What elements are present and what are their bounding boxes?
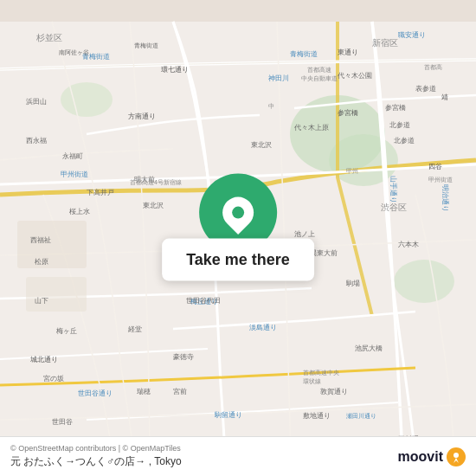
take-me-there-button[interactable]: Take me there (162, 239, 314, 281)
svg-text:東北沢: 東北沢 (251, 141, 272, 149)
pin-icon (216, 190, 261, 235)
svg-text:西永福: 西永福 (26, 137, 47, 145)
svg-text:渋谷区: 渋谷区 (381, 203, 407, 212)
svg-text:南阿佐ヶ谷: 南阿佐ヶ谷 (59, 49, 89, 55)
svg-text:世田谷: 世田谷 (52, 418, 73, 426)
svg-text:首都高: 首都高 (424, 64, 442, 70)
take-me-there-wrapper: Take me there (162, 174, 314, 281)
bottom-bar-left: © OpenStreetMap contributors | © OpenMap… (10, 444, 182, 469)
svg-text:下高井戸: 下高井戸 (87, 189, 114, 196)
moovit-icon (450, 451, 462, 463)
svg-text:豪徳寺: 豪徳寺 (173, 353, 194, 361)
svg-text:参宮橋: 参宮橋 (338, 109, 358, 117)
svg-text:山手通り: 山手通り (389, 176, 397, 203)
svg-text:代々木公園: 代々木公園 (337, 72, 372, 80)
svg-point-4 (394, 260, 454, 303)
svg-text:駒場: 駒場 (345, 280, 360, 287)
svg-text:瀬田川通り: 瀬田川通り (346, 413, 376, 420)
moovit-dot (447, 447, 466, 466)
svg-rect-6 (26, 277, 87, 312)
svg-text:瑞穂: 瑞穂 (137, 388, 151, 396)
attribution-text: © OpenStreetMap contributors | © OpenMap… (10, 444, 182, 453)
svg-text:城北通り: 城北通り (29, 356, 58, 363)
svg-text:参宮橋: 参宮橋 (385, 104, 406, 112)
moovit-logo: moovit (398, 447, 466, 466)
bottom-bar: © OpenStreetMap contributors | © OpenMap… (0, 436, 476, 476)
svg-point-3 (61, 82, 113, 117)
svg-text:首都高速中央: 首都高速中央 (303, 370, 339, 376)
svg-text:靖: 靖 (441, 93, 448, 101)
svg-text:職安通り: 職安通り (398, 31, 426, 39)
svg-text:甲州街道: 甲州街道 (428, 177, 453, 183)
svg-text:西福祉: 西福祉 (30, 236, 51, 244)
svg-text:方南通り: 方南通り (128, 113, 156, 120)
svg-text:代々木上原: 代々木上原 (293, 124, 329, 132)
svg-text:東北沢: 東北沢 (143, 202, 164, 209)
svg-text:四谷: 四谷 (428, 163, 442, 170)
map-container: 青梅街道 青梅街道 甲州街道 環七通り 方南通り 参宮橋 山手通り 梅丘通り 淡… (0, 0, 476, 476)
svg-text:北参道: 北参道 (394, 137, 415, 145)
svg-text:青梅街道: 青梅街道 (290, 50, 318, 58)
svg-text:敦賀通り: 敦賀通り (320, 388, 348, 396)
svg-text:経堂: 経堂 (127, 325, 142, 333)
svg-text:桜上水: 桜上水 (69, 208, 90, 215)
svg-rect-5 (17, 221, 87, 268)
svg-text:浜田山: 浜田山 (26, 98, 47, 106)
svg-text:青梅街道: 青梅街道 (134, 42, 158, 48)
svg-text:明治通り: 明治通り (441, 184, 449, 212)
svg-text:表参道: 表参道 (415, 85, 436, 93)
svg-text:東通り: 東通り (338, 48, 358, 56)
svg-text:神田川: 神田川 (268, 74, 289, 82)
svg-text:世田谷代田: 世田谷代田 (186, 297, 221, 305)
svg-text:敷地通り: 敷地通り (303, 412, 331, 420)
svg-text:杉並区: 杉並区 (35, 33, 62, 42)
svg-text:中: 中 (268, 103, 274, 109)
svg-point-75 (453, 453, 459, 458)
place-name: 元 おたふく→つんく♂の店→ , Tokyo (10, 454, 182, 469)
svg-text:宮前: 宮前 (173, 388, 187, 396)
svg-text:松原: 松原 (35, 258, 48, 266)
svg-text:環状線: 環状線 (303, 378, 321, 384)
svg-text:新宿区: 新宿区 (372, 38, 398, 48)
svg-text:環七通り: 環七通り (161, 66, 189, 74)
svg-text:甲州街道: 甲州街道 (61, 170, 88, 178)
svg-text:池尻大橋: 池尻大橋 (355, 344, 383, 352)
svg-text:世田谷通り: 世田谷通り (78, 389, 113, 397)
svg-text:梅ヶ丘: 梅ヶ丘 (55, 327, 77, 335)
svg-text:宮の坂: 宮の坂 (43, 375, 64, 383)
svg-text:甲州: 甲州 (346, 168, 358, 174)
svg-text:六本木: 六本木 (398, 241, 419, 248)
svg-text:中央自動車道: 中央自動車道 (301, 75, 338, 81)
place-name-text: 元 おたふく→つんく♂の店→ (10, 455, 145, 467)
svg-text:首都高速: 首都高速 (307, 67, 331, 73)
svg-text:山下: 山下 (35, 297, 48, 305)
svg-text:永福町: 永福町 (62, 152, 83, 160)
svg-text:北参道: 北参道 (389, 121, 410, 129)
svg-text:駒留通り: 駒留通り (214, 411, 242, 419)
city-name: Tokyo (154, 455, 181, 467)
svg-text:淡島通り: 淡島通り (249, 324, 277, 331)
moovit-text: moovit (398, 449, 443, 465)
